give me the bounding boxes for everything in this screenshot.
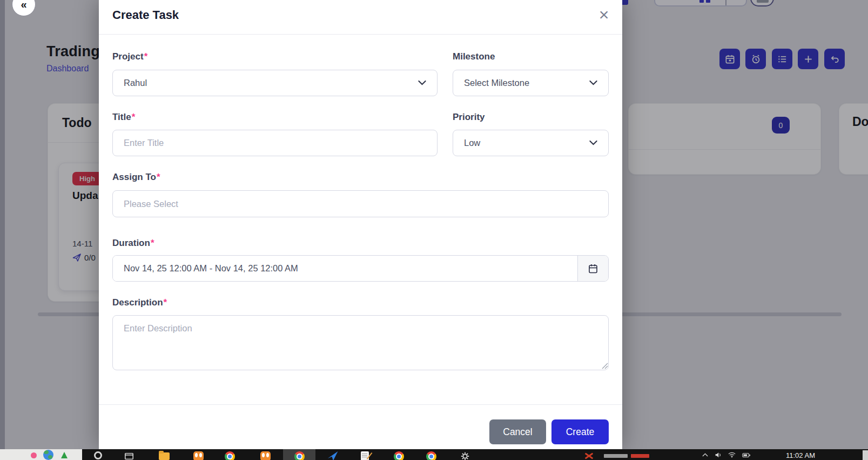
wifi-icon[interactable] <box>728 452 736 458</box>
taskbar-app-window[interactable] <box>117 449 141 460</box>
priority-select[interactable]: Low <box>453 130 609 156</box>
assign-to-label: Assign To* <box>112 172 160 183</box>
chrome-icon <box>294 451 305 460</box>
folder-icon <box>159 452 170 460</box>
gear-icon <box>460 451 470 460</box>
taskbar: 11:02 AM <box>0 449 868 460</box>
tray-label-red <box>631 454 649 458</box>
taskbar-app-chrome-2[interactable] <box>387 449 411 460</box>
assign-to-input[interactable] <box>112 190 609 217</box>
duration-label: Duration* <box>112 238 154 249</box>
tray-logo-icon[interactable] <box>583 452 594 459</box>
duration-input[interactable] <box>113 256 577 281</box>
priority-label: Priority <box>453 112 485 123</box>
title-input[interactable] <box>112 130 438 156</box>
taskbar-app-search[interactable] <box>86 449 110 460</box>
description-textarea[interactable] <box>112 315 609 370</box>
cancel-button[interactable]: Cancel <box>489 419 546 444</box>
taskbar-app-notepad[interactable] <box>353 449 376 460</box>
required-asterisk: * <box>132 112 136 122</box>
modal-footer-divider <box>99 404 622 405</box>
milestone-select[interactable]: Select Milestone <box>453 70 609 96</box>
chrome-icon <box>225 451 235 460</box>
required-asterisk: * <box>144 51 148 62</box>
desktop-dock <box>0 449 82 460</box>
app-icon <box>94 451 102 459</box>
close-icon[interactable]: × <box>593 3 615 26</box>
modal-title: Create Task <box>112 8 179 22</box>
create-button[interactable]: Create <box>551 419 609 444</box>
system-tray <box>702 452 750 458</box>
calendar-icon <box>588 263 598 274</box>
taskbar-app-chrome-active[interactable] <box>283 449 315 460</box>
modal-header-divider <box>99 34 622 35</box>
duration-calendar-button[interactable] <box>577 256 608 281</box>
taskbar-app-chrome-3[interactable] <box>419 449 443 460</box>
battery-icon[interactable] <box>742 453 750 457</box>
taskbar-app-mascot-2[interactable] <box>253 449 277 460</box>
project-select-value: Rahul <box>124 78 147 88</box>
taskbar-app-chrome-1[interactable] <box>218 449 241 460</box>
notepad-icon <box>361 451 369 460</box>
create-task-modal: Create Task × Project* Milestone Rahul S… <box>99 0 622 449</box>
window-icon <box>124 451 134 460</box>
resize-handle-icon[interactable] <box>601 362 608 369</box>
chevron-up-icon[interactable] <box>702 453 708 457</box>
chevron-down-icon <box>589 81 597 85</box>
project-label: Project* <box>112 51 147 62</box>
required-asterisk: * <box>164 297 167 308</box>
green-triangle-icon[interactable] <box>61 452 68 458</box>
chevron-down-icon <box>418 81 426 85</box>
title-label: Title* <box>112 112 135 123</box>
clock[interactable]: 11:02 AM <box>786 451 815 459</box>
required-asterisk: * <box>151 238 154 248</box>
taskbar-app-files[interactable] <box>152 449 176 460</box>
chrome-icon <box>426 451 436 460</box>
globe-icon[interactable] <box>43 450 53 460</box>
taskbar-app-mascot-1[interactable] <box>186 449 210 460</box>
milestone-select-value: Select Milestone <box>464 78 529 88</box>
milestone-label: Milestone <box>453 51 495 62</box>
description-label: Description* <box>112 297 167 308</box>
show-desktop-button[interactable] <box>863 450 868 460</box>
duration-field <box>112 255 609 282</box>
taskbar-app-blue[interactable] <box>321 449 345 460</box>
pink-dot-icon[interactable] <box>31 452 37 458</box>
speaker-icon[interactable] <box>715 452 722 458</box>
mascot-icon <box>260 451 271 460</box>
project-select[interactable]: Rahul <box>112 70 438 96</box>
chevron-down-icon <box>589 141 597 145</box>
taskbar-app-settings[interactable] <box>453 449 477 460</box>
chrome-icon <box>394 451 404 460</box>
blue-arrow-icon <box>328 451 338 460</box>
tray-label <box>604 454 628 458</box>
required-asterisk: * <box>157 172 160 182</box>
mascot-icon <box>193 451 204 460</box>
priority-select-value: Low <box>464 138 480 148</box>
